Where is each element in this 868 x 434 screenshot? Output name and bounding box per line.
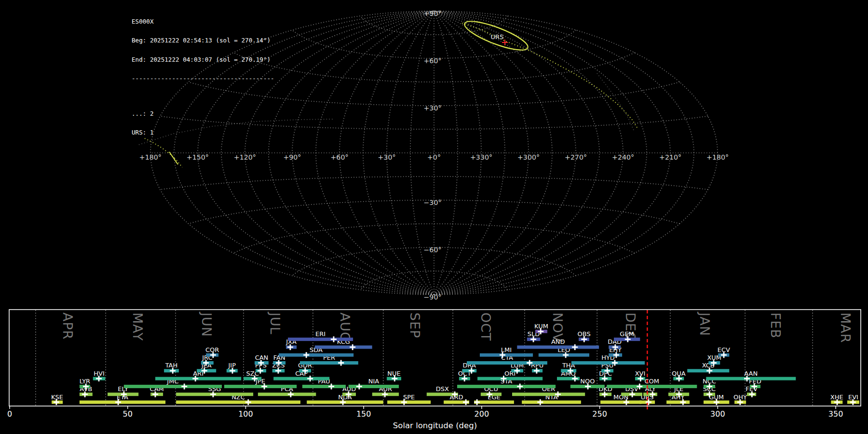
month-label: FEB bbox=[768, 312, 783, 339]
month-label: JUL bbox=[268, 312, 283, 335]
longitude-label: +60° bbox=[330, 153, 348, 161]
shower-bar-COM bbox=[607, 385, 697, 388]
sky-grid-meridian bbox=[316, 11, 434, 295]
station-id: ES000X bbox=[132, 18, 274, 25]
latitude-label: −30° bbox=[423, 199, 441, 206]
shower-label-GEM: GEM bbox=[620, 330, 634, 338]
x-tick-label: 250 bbox=[592, 409, 607, 419]
shower-bar-LMI bbox=[480, 353, 533, 357]
shower-peak-marker-KCG bbox=[350, 344, 355, 350]
x-tick-label: 200 bbox=[475, 409, 489, 419]
spacer bbox=[132, 94, 274, 97]
shower-bar-SDA bbox=[279, 353, 353, 357]
longitude-label: +30° bbox=[378, 153, 395, 161]
shower-peak-marker-NTA bbox=[537, 399, 543, 405]
x-tick-label: 0 bbox=[7, 409, 12, 419]
shower-label-OBS: OBS bbox=[578, 330, 591, 338]
latitude-label: +60° bbox=[423, 57, 441, 65]
urs-radiant-label: URS bbox=[491, 33, 504, 41]
month-label: OCT bbox=[478, 312, 493, 341]
sky-grid-meridian bbox=[269, 11, 434, 295]
shower-bar-PER bbox=[300, 361, 358, 365]
shower-label-COR: COR bbox=[205, 346, 219, 353]
shower-bar-JMC bbox=[124, 385, 222, 388]
shower-label-OHY: OHY bbox=[733, 393, 747, 401]
shower-peak-marker-ERI bbox=[331, 337, 337, 342]
shower-bar-ETA bbox=[80, 401, 165, 404]
meteor-observation-report: URS+90°+60°+30°−30°−60°−90°+180°+150°+12… bbox=[0, 0, 868, 434]
x-tick-label: 100 bbox=[238, 409, 253, 419]
shower-bar-JPE bbox=[224, 385, 297, 388]
shower-bar-EGE bbox=[474, 401, 514, 404]
shower-bar-NZC bbox=[176, 401, 300, 404]
shower-bar-AAN bbox=[706, 377, 796, 380]
shower-peak-marker-STA bbox=[517, 383, 523, 389]
longitude-label: +300° bbox=[517, 153, 540, 161]
shower-label-KSE: KSE bbox=[51, 393, 63, 401]
shower-peak-marker-PER bbox=[338, 360, 344, 366]
latitude-label: +90° bbox=[423, 10, 441, 17]
shower-label-DSX: DSX bbox=[436, 385, 449, 393]
shower-label-LMI: LMI bbox=[501, 346, 512, 353]
separator-line: --------------------------------------- bbox=[132, 75, 274, 81]
shower-label-NUE: NUE bbox=[387, 370, 400, 377]
longitude-label: +270° bbox=[565, 153, 587, 161]
shower-peak-marker-SDA bbox=[303, 352, 309, 358]
shower-bar-ORI bbox=[477, 377, 542, 380]
shower-label-AAN: AAN bbox=[744, 370, 758, 377]
x-tick-label: 350 bbox=[828, 409, 843, 419]
begin-time-line: Beg: 20251222 02:54:13 (sol = 270.14°) bbox=[132, 37, 274, 43]
x-axis-title: Solar longitude (deg) bbox=[393, 421, 477, 430]
longitude-label: +240° bbox=[612, 153, 634, 161]
activity-timeline-chart: APRMAYJUNJULAUGSEPOCTNOVDECJANFEBMARKSEE… bbox=[0, 309, 868, 434]
longitude-label: +330° bbox=[470, 153, 492, 161]
observation-info-block: ES000X Beg: 20251222 02:54:13 (sol = 270… bbox=[132, 6, 274, 148]
shower-bar-PAU bbox=[302, 385, 346, 388]
yellow-solid-segment bbox=[169, 152, 178, 164]
shower-label-CAN: CAN bbox=[255, 354, 269, 361]
longitude-label: +90° bbox=[283, 153, 301, 161]
month-label: JAN bbox=[697, 312, 712, 336]
shower-label-SPE: SPE bbox=[403, 393, 415, 401]
radiant-sky-map: URS+90°+60°+30°−30°−60°−90°+180°+150°+12… bbox=[0, 0, 868, 309]
shower-label-TAH: TAH bbox=[165, 362, 178, 369]
shower-peak-marker-EGE bbox=[474, 399, 480, 405]
shower-bar-AND bbox=[517, 345, 599, 349]
x-tick-label: 300 bbox=[710, 409, 725, 419]
shower-label-KUM: KUM bbox=[534, 323, 548, 330]
month-label: SEP bbox=[407, 312, 422, 338]
count-urs: URS: 1 bbox=[132, 129, 274, 136]
shower-bar-KCG bbox=[315, 345, 372, 349]
shower-label-XVI: XVI bbox=[635, 370, 646, 377]
x-tick-label: 150 bbox=[356, 409, 371, 419]
shower-bar-NTA bbox=[522, 401, 581, 404]
longitude-label: +120° bbox=[234, 153, 256, 161]
shower-bar-PCA bbox=[258, 393, 316, 396]
sky-grid-meridian bbox=[434, 11, 505, 295]
shower-label-AND: AND bbox=[551, 338, 565, 345]
shower-label-ERI: ERI bbox=[315, 330, 326, 338]
shower-bar-HYD bbox=[571, 361, 645, 365]
latitude-label: −60° bbox=[423, 246, 441, 254]
longitude-label: +0° bbox=[427, 153, 441, 161]
shower-label-EVI: EVI bbox=[848, 393, 858, 401]
latitude-label: +30° bbox=[423, 104, 441, 112]
shower-bar-AHY bbox=[666, 401, 690, 404]
end-time-line: End: 20251222 04:03:07 (sol = 270.19°) bbox=[132, 56, 274, 63]
shower-bar-SPE bbox=[387, 401, 431, 404]
yellow-dotted-curve-right bbox=[462, 23, 637, 128]
longitude-label: +180° bbox=[706, 153, 729, 161]
shower-bar-CTA bbox=[467, 361, 547, 365]
shower-label-QUA: QUA bbox=[672, 370, 686, 377]
shower-bar-STA bbox=[457, 385, 556, 388]
shower-peak-marker-JMC bbox=[181, 383, 187, 389]
shower-label-NOO: NOO bbox=[580, 378, 595, 385]
x-tick-label: 50 bbox=[123, 409, 133, 419]
shower-bar-NIA bbox=[349, 385, 399, 388]
shower-label-NIA: NIA bbox=[368, 378, 380, 385]
longitude-label: +180° bbox=[139, 153, 162, 161]
longitude-label: +150° bbox=[187, 153, 209, 161]
shower-label-LYR: LYR bbox=[80, 378, 91, 385]
longitude-label: +210° bbox=[659, 153, 681, 161]
shower-bar-CAP bbox=[273, 377, 329, 380]
